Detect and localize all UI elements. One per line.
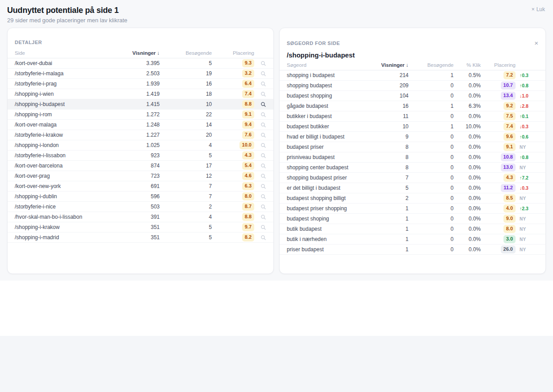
close-overlay-button[interactable]: × Luk: [532, 6, 545, 12]
details-table-row[interactable]: /storbyferie-i-prag1.939166.4: [8, 79, 273, 89]
besogende-cell: 19: [160, 70, 212, 77]
keyword-table-row[interactable]: shopping i budapest21410.5%7.2↑0.3: [280, 70, 545, 81]
details-table-row[interactable]: /kort-over-dubai3.39559.3: [8, 58, 273, 69]
details-table-row[interactable]: /shopping-i-dublin59678.0: [8, 192, 273, 202]
page-path-cell: /shopping-i-rom: [15, 111, 107, 118]
keyword-table-row[interactable]: gågade budapest1616.3%9.2↓2.8: [280, 101, 545, 111]
column-header-visninger[interactable]: Visninger ↓: [359, 62, 409, 68]
details-table-row[interactable]: /kort-over-new-york69176.3: [8, 181, 273, 192]
besogende-cell: 14: [160, 122, 212, 128]
keyword-table-row[interactable]: budapest priser shopping100.0%4.0↑2.3: [280, 204, 545, 214]
keyword-table-row[interactable]: budapest shoping100.0%9.0NY: [280, 214, 545, 224]
details-table-row[interactable]: /storbyferie-i-nice50328.7: [8, 202, 273, 212]
change-indicator: ↓2.8: [516, 103, 538, 109]
keyword-table-row[interactable]: budapest shopping10400.0%13.4↓1.0: [280, 91, 545, 101]
details-table-row[interactable]: /shopping-i-london1.025410.0: [8, 140, 273, 151]
magnifier-icon[interactable]: [260, 194, 266, 200]
magnifier-icon[interactable]: [260, 71, 266, 77]
placering-cell: 8.0: [212, 192, 254, 200]
details-table-row[interactable]: /storbyferie-i-lissabon92354.3: [8, 151, 273, 161]
column-header-visninger[interactable]: Visninger ↓: [107, 50, 160, 56]
magnifier-icon[interactable]: [260, 132, 266, 138]
magnifier-icon[interactable]: [260, 122, 266, 128]
placering-badge: 8.7: [242, 203, 254, 210]
klik-cell: 0.0%: [454, 226, 481, 232]
details-table-row[interactable]: /hvor-skal-man-bo-i-lissabon39148.8: [8, 212, 273, 222]
keyword-cell: butikker i budapest: [287, 113, 359, 119]
magnifier-icon[interactable]: [260, 81, 266, 87]
klik-cell: 0.0%: [454, 195, 481, 201]
details-table-row[interactable]: /shopping-i-krakow35159.7: [8, 222, 273, 233]
magnifier-icon[interactable]: [260, 235, 266, 241]
details-table-row[interactable]: /kort-over-prag723124.6: [8, 171, 273, 181]
magnifier-icon[interactable]: [260, 112, 266, 118]
details-table-row[interactable]: /storbyferie-i-malaga2.503193.2: [8, 69, 273, 79]
magnifier-icon[interactable]: [260, 173, 266, 179]
details-table-row[interactable]: /shopping-i-madrid35158.2: [8, 233, 273, 243]
close-keywords-panel-button[interactable]: ×: [534, 40, 538, 46]
column-header-besogende[interactable]: Besøgende: [409, 62, 454, 68]
details-table-row[interactable]: /shopping-i-budapest1.415108.8: [8, 99, 273, 110]
keyword-table-row[interactable]: shopping budapest priser700.0%4.3↑7.2: [280, 173, 545, 183]
magnifier-icon[interactable]: [260, 184, 266, 189]
visninger-cell: 874: [107, 163, 160, 169]
page-path-cell: /storbyferie-i-nice: [15, 204, 107, 210]
placering-cell: 4.0: [481, 204, 516, 212]
magnifier-icon[interactable]: [260, 204, 266, 210]
keyword-table-row[interactable]: budapest shopping billigt200.0%8.5NY: [280, 193, 545, 204]
magnifier-icon[interactable]: [260, 163, 266, 169]
magnifier-icon[interactable]: [260, 153, 266, 159]
column-header-besogende[interactable]: Besøgende: [160, 50, 212, 56]
change-indicator: ↓0.3: [516, 185, 538, 191]
details-table-row[interactable]: /kort-over-barcelona874175.4: [8, 161, 273, 171]
column-header-placering[interactable]: Placering: [481, 62, 516, 68]
keyword-table-row[interactable]: butikker i budapest1100.0%7.5↑0.1: [280, 111, 545, 122]
keyword-cell: shopping center budapest: [287, 164, 359, 171]
magnifier-icon[interactable]: [260, 91, 266, 97]
placering-cell: 4.3: [212, 151, 254, 159]
placering-badge: 6.4: [242, 80, 254, 87]
column-header-klik[interactable]: % Klik: [454, 62, 481, 68]
klik-cell: 0.5%: [454, 72, 481, 78]
magnifier-icon[interactable]: [260, 143, 266, 148]
besogende-cell: 0: [409, 226, 454, 232]
keyword-table-row[interactable]: er det billigt i budapest500.0%11.2↓0.3: [280, 183, 545, 193]
keyword-table-row[interactable]: priser budapest100.0%26.0NY: [280, 245, 545, 255]
visninger-cell: 16: [359, 103, 409, 109]
column-header-side[interactable]: Side: [15, 50, 107, 56]
keyword-table-row[interactable]: butik i nærheden100.0%3.0NY: [280, 234, 545, 245]
change-indicator: NY: [516, 237, 538, 242]
keyword-table-row[interactable]: butik budapest100.0%8.0NY: [280, 224, 545, 234]
keyword-cell: er det billigt i budapest: [287, 185, 359, 191]
klik-cell: 0.0%: [454, 82, 481, 89]
keyword-table-row[interactable]: shopping budapest20900.0%10.7↑0.8: [280, 81, 545, 91]
visninger-cell: 1: [359, 216, 409, 222]
row-actions-cell: [254, 102, 266, 107]
keyword-table-row[interactable]: budapest butikker10110.0%7.4↓0.3: [280, 122, 545, 132]
keyword-table-row[interactable]: budapest priser800.0%9.1NY: [280, 142, 545, 152]
visninger-cell: 1.419: [107, 91, 160, 97]
column-header-placering[interactable]: Placering: [212, 50, 254, 56]
keyword-table-row[interactable]: prisniveau budapest800.0%10.8↑0.8: [280, 152, 545, 163]
details-table-row[interactable]: /shopping-i-wien1.419187.4: [8, 89, 273, 99]
row-actions-cell: [254, 122, 266, 128]
magnifier-icon[interactable]: [260, 225, 266, 230]
magnifier-icon[interactable]: [260, 102, 266, 107]
visninger-cell: 1: [359, 205, 409, 212]
keyword-table-row[interactable]: hvad er billigt i budapest900.0%9.6↑0.6: [280, 132, 545, 142]
details-table-row[interactable]: /storbyferie-i-krakow1.227207.6: [8, 130, 273, 140]
placering-badge: 10.8: [501, 153, 516, 161]
magnifier-icon[interactable]: [260, 214, 266, 220]
keyword-table-row[interactable]: shopping center budapest800.0%13.0NY: [280, 163, 545, 173]
keyword-cell: butik budapest: [287, 226, 359, 232]
placering-badge: 4.0: [503, 204, 516, 212]
besogende-cell: 1: [409, 72, 454, 78]
magnifier-icon[interactable]: [260, 61, 266, 66]
besogende-cell: 4: [160, 214, 212, 220]
keywords-panel: SØGEORD FOR SIDE × /shopping-i-budapest …: [279, 28, 546, 274]
details-table-row[interactable]: /kort-over-malaga1.248149.4: [8, 120, 273, 130]
row-actions-cell: [254, 235, 266, 241]
visninger-cell: 1.415: [107, 101, 160, 107]
details-table-row[interactable]: /shopping-i-rom1.272229.1: [8, 110, 273, 120]
column-header-sogeord[interactable]: Søgeord: [287, 62, 359, 68]
